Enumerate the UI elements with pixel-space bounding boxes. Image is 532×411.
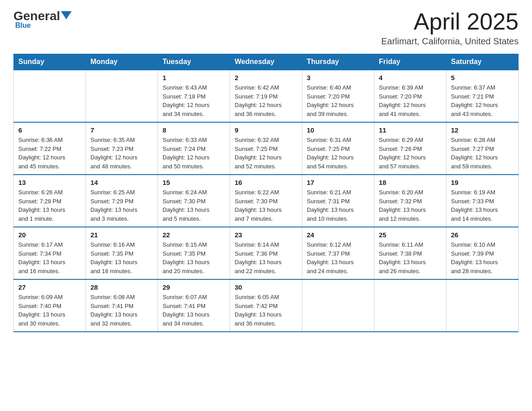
- location-label: Earlimart, California, United States: [381, 36, 519, 47]
- day-info: Sunrise: 6:20 AM Sunset: 7:32 PM Dayligh…: [379, 188, 442, 223]
- calendar-cell: 19Sunrise: 6:19 AM Sunset: 7:33 PM Dayli…: [446, 175, 519, 227]
- calendar-table: SundayMondayTuesdayWednesdayThursdayFrid…: [13, 54, 519, 332]
- calendar-cell: 20Sunrise: 6:17 AM Sunset: 7:34 PM Dayli…: [14, 227, 86, 279]
- day-number: 5: [451, 74, 514, 81]
- calendar-cell: 22Sunrise: 6:15 AM Sunset: 7:35 PM Dayli…: [158, 227, 230, 279]
- day-number: 26: [451, 231, 514, 239]
- day-number: 30: [235, 283, 297, 291]
- calendar-header-row: SundayMondayTuesdayWednesdayThursdayFrid…: [14, 54, 519, 70]
- day-number: 17: [307, 179, 369, 186]
- day-number: 14: [90, 179, 153, 186]
- calendar-cell: 17Sunrise: 6:21 AM Sunset: 7:31 PM Dayli…: [302, 175, 374, 227]
- calendar-week-row: 13Sunrise: 6:26 AM Sunset: 7:28 PM Dayli…: [14, 175, 519, 227]
- calendar-cell: 27Sunrise: 6:09 AM Sunset: 7:40 PM Dayli…: [14, 279, 86, 332]
- day-info: Sunrise: 6:22 AM Sunset: 7:30 PM Dayligh…: [235, 188, 297, 223]
- day-number: 18: [379, 179, 442, 186]
- day-info: Sunrise: 6:11 AM Sunset: 7:38 PM Dayligh…: [379, 240, 442, 275]
- calendar-cell: 1Sunrise: 6:43 AM Sunset: 7:18 PM Daylig…: [158, 70, 230, 122]
- logo-blue-text: Blue: [15, 21, 31, 30]
- day-number: 11: [379, 126, 442, 134]
- title-block: April 2025 Earlimart, California, United…: [381, 9, 519, 47]
- calendar-cell: 16Sunrise: 6:22 AM Sunset: 7:30 PM Dayli…: [230, 175, 302, 227]
- calendar-header-monday: Monday: [86, 54, 158, 70]
- day-info: Sunrise: 6:26 AM Sunset: 7:28 PM Dayligh…: [18, 188, 81, 223]
- calendar-cell: 6Sunrise: 6:36 AM Sunset: 7:22 PM Daylig…: [14, 122, 86, 175]
- day-info: Sunrise: 6:21 AM Sunset: 7:31 PM Dayligh…: [307, 188, 369, 223]
- calendar-header-friday: Friday: [374, 54, 446, 70]
- calendar-cell: 5Sunrise: 6:37 AM Sunset: 7:21 PM Daylig…: [446, 70, 519, 122]
- day-info: Sunrise: 6:19 AM Sunset: 7:33 PM Dayligh…: [451, 188, 514, 223]
- day-number: 12: [451, 126, 514, 134]
- day-info: Sunrise: 6:09 AM Sunset: 7:40 PM Dayligh…: [18, 293, 81, 328]
- day-info: Sunrise: 6:16 AM Sunset: 7:35 PM Dayligh…: [90, 240, 153, 275]
- calendar-week-row: 27Sunrise: 6:09 AM Sunset: 7:40 PM Dayli…: [14, 279, 519, 332]
- day-info: Sunrise: 6:36 AM Sunset: 7:22 PM Dayligh…: [18, 136, 81, 171]
- day-info: Sunrise: 6:24 AM Sunset: 7:30 PM Dayligh…: [163, 188, 225, 223]
- day-number: 19: [451, 179, 514, 186]
- day-info: Sunrise: 6:15 AM Sunset: 7:35 PM Dayligh…: [163, 240, 225, 275]
- calendar-header-tuesday: Tuesday: [158, 54, 230, 70]
- calendar-cell: 28Sunrise: 6:08 AM Sunset: 7:41 PM Dayli…: [86, 279, 158, 332]
- calendar-cell: 30Sunrise: 6:05 AM Sunset: 7:42 PM Dayli…: [230, 279, 302, 332]
- day-number: 2: [235, 74, 297, 81]
- day-number: 23: [235, 231, 297, 239]
- calendar-header-saturday: Saturday: [446, 54, 519, 70]
- calendar-header-sunday: Sunday: [14, 54, 86, 70]
- day-info: Sunrise: 6:28 AM Sunset: 7:27 PM Dayligh…: [451, 136, 514, 171]
- day-info: Sunrise: 6:32 AM Sunset: 7:25 PM Dayligh…: [235, 136, 297, 171]
- day-info: Sunrise: 6:35 AM Sunset: 7:23 PM Dayligh…: [90, 136, 153, 171]
- day-info: Sunrise: 6:33 AM Sunset: 7:24 PM Dayligh…: [163, 136, 225, 171]
- day-number: 24: [307, 231, 369, 239]
- day-number: 22: [163, 231, 225, 239]
- day-info: Sunrise: 6:29 AM Sunset: 7:26 PM Dayligh…: [379, 136, 442, 171]
- day-number: 27: [18, 283, 81, 291]
- day-number: 3: [307, 74, 369, 81]
- day-number: 16: [235, 179, 297, 186]
- day-info: Sunrise: 6:10 AM Sunset: 7:39 PM Dayligh…: [451, 240, 514, 275]
- calendar-cell: [302, 279, 374, 332]
- calendar-cell: 23Sunrise: 6:14 AM Sunset: 7:36 PM Dayli…: [230, 227, 302, 279]
- calendar-cell: 8Sunrise: 6:33 AM Sunset: 7:24 PM Daylig…: [158, 122, 230, 175]
- calendar-cell: [14, 70, 86, 122]
- calendar-cell: 13Sunrise: 6:26 AM Sunset: 7:28 PM Dayli…: [14, 175, 86, 227]
- calendar-cell: 14Sunrise: 6:25 AM Sunset: 7:29 PM Dayli…: [86, 175, 158, 227]
- calendar-cell: 11Sunrise: 6:29 AM Sunset: 7:26 PM Dayli…: [374, 122, 446, 175]
- day-info: Sunrise: 6:25 AM Sunset: 7:29 PM Dayligh…: [90, 188, 153, 223]
- calendar-cell: 21Sunrise: 6:16 AM Sunset: 7:35 PM Dayli…: [86, 227, 158, 279]
- day-info: Sunrise: 6:43 AM Sunset: 7:18 PM Dayligh…: [163, 83, 225, 118]
- day-info: Sunrise: 6:37 AM Sunset: 7:21 PM Dayligh…: [451, 83, 514, 118]
- day-number: 6: [18, 126, 81, 134]
- day-number: 10: [307, 126, 369, 134]
- day-info: Sunrise: 6:08 AM Sunset: 7:41 PM Dayligh…: [90, 293, 153, 328]
- day-info: Sunrise: 6:40 AM Sunset: 7:20 PM Dayligh…: [307, 83, 369, 118]
- calendar-cell: [374, 279, 446, 332]
- calendar-cell: 7Sunrise: 6:35 AM Sunset: 7:23 PM Daylig…: [86, 122, 158, 175]
- day-number: 9: [235, 126, 297, 134]
- calendar-cell: 29Sunrise: 6:07 AM Sunset: 7:41 PM Dayli…: [158, 279, 230, 332]
- day-info: Sunrise: 6:39 AM Sunset: 7:20 PM Dayligh…: [379, 83, 442, 118]
- calendar-header-wednesday: Wednesday: [230, 54, 302, 70]
- day-number: 15: [163, 179, 225, 186]
- calendar-cell: 25Sunrise: 6:11 AM Sunset: 7:38 PM Dayli…: [374, 227, 446, 279]
- day-number: 28: [90, 283, 153, 291]
- day-info: Sunrise: 6:42 AM Sunset: 7:19 PM Dayligh…: [235, 83, 297, 118]
- logo: General Blue: [13, 9, 72, 30]
- day-info: Sunrise: 6:17 AM Sunset: 7:34 PM Dayligh…: [18, 240, 81, 275]
- calendar-cell: 9Sunrise: 6:32 AM Sunset: 7:25 PM Daylig…: [230, 122, 302, 175]
- calendar-cell: 2Sunrise: 6:42 AM Sunset: 7:19 PM Daylig…: [230, 70, 302, 122]
- calendar-header-thursday: Thursday: [302, 54, 374, 70]
- day-number: 25: [379, 231, 442, 239]
- calendar-cell: [86, 70, 158, 122]
- day-number: 20: [18, 231, 81, 239]
- day-info: Sunrise: 6:07 AM Sunset: 7:41 PM Dayligh…: [163, 293, 225, 328]
- calendar-week-row: 20Sunrise: 6:17 AM Sunset: 7:34 PM Dayli…: [14, 227, 519, 279]
- day-number: 7: [90, 126, 153, 134]
- month-title: April 2025: [381, 9, 519, 34]
- day-number: 4: [379, 74, 442, 81]
- day-number: 8: [163, 126, 225, 134]
- day-info: Sunrise: 6:12 AM Sunset: 7:37 PM Dayligh…: [307, 240, 369, 275]
- day-info: Sunrise: 6:31 AM Sunset: 7:25 PM Dayligh…: [307, 136, 369, 171]
- calendar-cell: 10Sunrise: 6:31 AM Sunset: 7:25 PM Dayli…: [302, 122, 374, 175]
- calendar-cell: 18Sunrise: 6:20 AM Sunset: 7:32 PM Dayli…: [374, 175, 446, 227]
- day-number: 13: [18, 179, 81, 186]
